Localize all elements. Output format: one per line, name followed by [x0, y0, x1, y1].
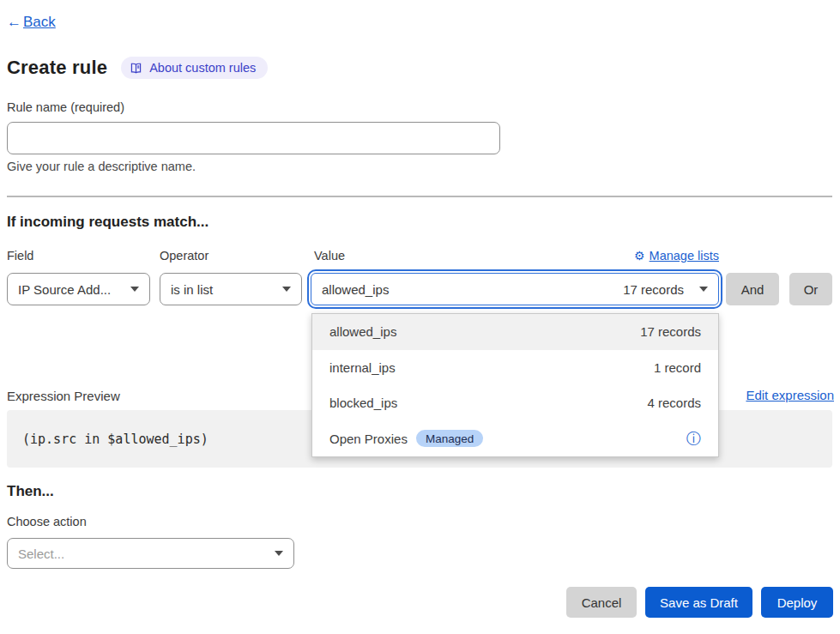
- value-select-focus-ring: allowed_ips 17 records: [307, 269, 722, 309]
- list-item-allowed-ips[interactable]: allowed_ips 17 records: [312, 314, 718, 350]
- back-label: Back: [23, 14, 56, 31]
- page-title: Create rule: [7, 57, 107, 79]
- list-item-name: allowed_ips: [329, 324, 396, 339]
- field-label: Field: [7, 249, 33, 263]
- back-link[interactable]: ←Back: [7, 14, 56, 31]
- list-item-blocked-ips[interactable]: blocked_ips 4 records: [312, 385, 718, 421]
- value-select-record-count: 17 records: [623, 282, 684, 297]
- chevron-down-icon: [130, 287, 139, 292]
- field-select[interactable]: IP Source Add...: [7, 273, 150, 305]
- expression-code: (ip.src in $allowed_ips): [22, 432, 208, 447]
- manage-lists-link[interactable]: ⚙ Manage lists: [634, 249, 719, 263]
- footer-actions: Cancel Save as Draft Deploy: [566, 587, 833, 618]
- expression-preview-label: Expression Preview: [7, 389, 120, 403]
- operator-select[interactable]: is in list: [160, 273, 302, 305]
- match-section-heading: If incoming requests match...: [7, 214, 208, 231]
- list-item-name: internal_ips: [329, 360, 396, 375]
- list-item-name: blocked_ips: [329, 395, 397, 410]
- chevron-down-icon: [275, 551, 283, 556]
- rule-name-input[interactable]: [7, 122, 500, 154]
- about-custom-rules-link[interactable]: About custom rules: [121, 57, 268, 79]
- back-arrow-icon: ←: [7, 14, 21, 31]
- operator-select-value: is in list: [171, 282, 213, 297]
- about-custom-rules-label: About custom rules: [149, 61, 256, 75]
- action-select-placeholder: Select...: [18, 546, 64, 561]
- then-section-heading: Then...: [7, 483, 54, 500]
- info-icon[interactable]: ⓘ: [686, 432, 701, 446]
- chevron-down-icon: [282, 287, 291, 292]
- edit-expression-link[interactable]: Edit expression: [746, 388, 834, 402]
- field-select-value: IP Source Add...: [18, 282, 111, 297]
- rule-name-label: Rule name (required): [7, 100, 124, 114]
- deploy-button[interactable]: Deploy: [761, 587, 833, 618]
- gear-icon: ⚙: [634, 249, 645, 263]
- list-item-internal-ips[interactable]: internal_ips 1 record: [312, 350, 718, 386]
- or-button[interactable]: Or: [789, 273, 832, 305]
- book-icon: [130, 62, 142, 75]
- value-select-selected: allowed_ips: [322, 282, 389, 297]
- list-item-open-proxies[interactable]: Open Proxies Managed ⓘ: [312, 421, 718, 457]
- save-as-draft-button[interactable]: Save as Draft: [645, 587, 752, 618]
- action-select[interactable]: Select...: [7, 538, 294, 569]
- create-rule-page: ←Back Create rule About custom rules Rul…: [0, 0, 840, 634]
- value-dropdown-menu: allowed_ips 17 records internal_ips 1 re…: [311, 313, 719, 457]
- list-item-meta: 1 record: [654, 360, 701, 375]
- list-item-meta: 17 records: [640, 324, 701, 339]
- chevron-down-icon: [699, 287, 708, 292]
- list-item-name: Open Proxies: [329, 432, 408, 446]
- header: Create rule About custom rules: [7, 57, 268, 79]
- and-button[interactable]: And: [726, 273, 779, 305]
- managed-badge: Managed: [416, 430, 483, 447]
- value-select[interactable]: allowed_ips 17 records: [311, 273, 719, 305]
- cancel-button[interactable]: Cancel: [566, 587, 637, 618]
- value-label: Value: [314, 249, 345, 263]
- manage-lists-label: Manage lists: [650, 249, 719, 263]
- section-divider: [7, 196, 832, 197]
- list-item-meta: 4 records: [647, 395, 701, 410]
- choose-action-label: Choose action: [7, 515, 87, 528]
- rule-name-helper: Give your rule a descriptive name.: [7, 160, 196, 173]
- operator-label: Operator: [160, 249, 208, 263]
